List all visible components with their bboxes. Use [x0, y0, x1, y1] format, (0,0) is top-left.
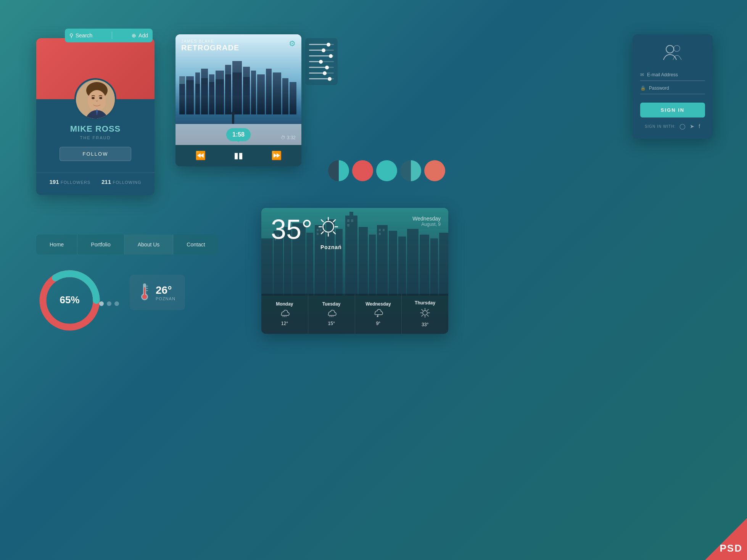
pause-button[interactable]: ▮▮: [234, 151, 243, 161]
signin-button[interactable]: SIGN IN: [640, 103, 705, 117]
svg-line-90: [285, 316, 286, 317]
eq-slider-7[interactable]: [309, 78, 334, 79]
eq-slider-2[interactable]: [309, 50, 334, 51]
svg-rect-62: [398, 237, 406, 296]
email-placeholder: E-mail Address: [647, 72, 678, 77]
password-field-row: 🔒 Password: [640, 85, 705, 94]
twitter-icon[interactable]: ➤: [690, 123, 695, 129]
profile-card: MIKE ROSS THE FRAUD FOLLOW 191 FOLLOWERS…: [36, 38, 155, 195]
eq-panel: [305, 38, 338, 85]
eq-thumb-2[interactable]: [322, 48, 325, 52]
dot-3[interactable]: [114, 301, 119, 306]
music-controls: ⏪ ▮▮ ⏩: [175, 145, 301, 166]
svg-rect-73: [347, 219, 349, 222]
svg-point-3: [88, 90, 106, 111]
fast-forward-button[interactable]: ⏩: [271, 151, 282, 161]
svg-line-101: [427, 309, 428, 311]
thermometer-icon: [139, 282, 150, 303]
eq-slider-4[interactable]: [309, 61, 334, 62]
dot-1[interactable]: [99, 301, 104, 306]
svg-rect-59: [369, 235, 376, 296]
forecast-thursday-name: Thursday: [415, 300, 435, 306]
forecast-thursday-temp: 33°: [422, 322, 428, 327]
forecast-wednesday-name: Wednesday: [365, 301, 391, 307]
eq-fill-7: [309, 78, 328, 79]
users-icon: [640, 44, 705, 64]
eq-thumb-3[interactable]: [329, 54, 333, 58]
eq-slider-5[interactable]: [309, 67, 334, 68]
facebook-icon[interactable]: f: [699, 123, 700, 129]
google-icon[interactable]: ◯: [679, 123, 686, 129]
svg-rect-48: [261, 238, 273, 296]
svg-line-85: [333, 232, 336, 234]
svg-rect-22: [179, 76, 185, 95]
eq-track-6: [309, 72, 334, 74]
music-duration: ⏱ 3:32: [281, 135, 296, 140]
nav-about[interactable]: About Us: [124, 235, 174, 254]
search-button[interactable]: ⚲ Search: [69, 32, 92, 39]
svg-rect-63: [407, 229, 419, 296]
color-swatch-3: [376, 160, 397, 181]
nav-home-label: Home: [50, 241, 64, 248]
svg-line-100: [427, 315, 428, 316]
color-palette: [328, 160, 445, 181]
eq-thumb-1[interactable]: [327, 43, 330, 47]
svg-point-43: [142, 294, 147, 299]
svg-rect-75: [347, 224, 349, 227]
following-count: 211: [101, 179, 111, 185]
svg-rect-21: [290, 82, 296, 114]
eq-thumb-5[interactable]: [325, 66, 329, 69]
forecast-monday-temp: 12°: [281, 321, 288, 326]
profile-stats: 191 FOLLOWERS 211 FOLLOWING: [36, 172, 155, 187]
eq-thumb-7[interactable]: [328, 77, 332, 81]
nav-contact[interactable]: Contact: [173, 235, 218, 254]
nav-about-label: About Us: [138, 241, 160, 248]
music-total-time: 3:32: [287, 135, 296, 140]
nav-portfolio[interactable]: Portfolio: [77, 235, 124, 254]
search-label: Search: [76, 32, 92, 39]
svg-rect-17: [257, 74, 265, 114]
svg-rect-20: [282, 78, 288, 114]
eq-fill-1: [309, 44, 327, 45]
email-icon: ✉: [640, 72, 644, 77]
svg-rect-19: [273, 72, 281, 114]
eq-thumb-4[interactable]: [319, 60, 323, 64]
color-swatch-4: [400, 160, 421, 181]
weather-main: 35°: [271, 216, 312, 243]
plus-icon: ⊕: [132, 32, 136, 39]
eq-slider-3[interactable]: [309, 55, 334, 56]
forecast-monday-name: Monday: [276, 301, 293, 307]
svg-line-84: [321, 220, 324, 222]
profile-subtitle: THE FRAUD: [36, 135, 155, 140]
weather-city: Poznań: [320, 244, 342, 250]
svg-point-35: [674, 45, 680, 51]
svg-rect-61: [389, 231, 397, 296]
music-header: JAMES BLAKE RETROGRADE: [181, 39, 239, 52]
rewind-button[interactable]: ⏪: [195, 151, 206, 161]
eq-thumb-6[interactable]: [323, 71, 327, 75]
followers-stat: 191 FOLLOWERS: [49, 179, 90, 185]
svg-rect-57: [349, 212, 353, 219]
following-stat: 211 FOLLOWING: [101, 179, 142, 185]
followers-label: FOLLOWERS: [61, 180, 90, 185]
follow-button[interactable]: FOLLOW: [60, 147, 132, 161]
svg-rect-60: [377, 225, 388, 296]
nav-home[interactable]: Home: [36, 235, 77, 254]
dot-2[interactable]: [107, 301, 111, 306]
gear-icon[interactable]: ⚙: [289, 39, 296, 48]
svg-rect-65: [430, 238, 438, 296]
forecast-wednesday: Wednesday 9°: [355, 294, 402, 334]
psd-badge: PSD: [705, 518, 747, 560]
svg-rect-77: [383, 229, 385, 231]
svg-rect-64: [420, 235, 429, 296]
eq-slider-1[interactable]: [309, 44, 334, 45]
avatar: [74, 78, 116, 120]
svg-line-99: [422, 309, 423, 311]
weather-card: 35° Poznań Wednesday August, 9: [261, 208, 448, 334]
music-player: JAMES BLAKE RETROGRADE ⚙ 1:58 ⏱ 3:32 ⏪ ▮…: [175, 34, 301, 166]
svg-rect-27: [216, 79, 224, 95]
add-button[interactable]: ⊕ Add: [132, 32, 148, 39]
svg-rect-28: [225, 74, 231, 95]
weather-sun-icon: [318, 216, 339, 239]
eq-slider-6[interactable]: [309, 72, 334, 74]
